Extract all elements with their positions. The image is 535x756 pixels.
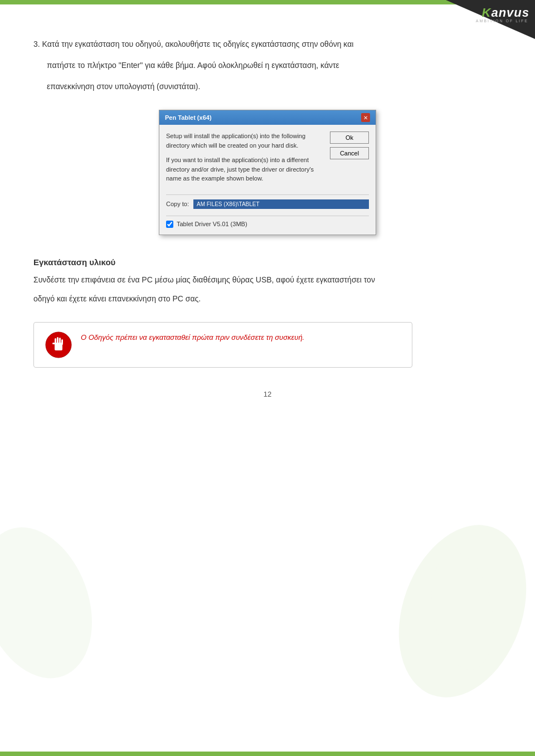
step3-text3: επανεκκίνηση στον υπολογιστή (συνιστάται… [47,80,502,94]
dialog-separator1 [166,194,369,195]
step3-text2: πατήστε το πλήκτρο "Enter" για κάθε βήμα… [47,59,502,72]
warning-box: Ο Οδηγός πρέπει να εγκατασταθεί πρώτα πρ… [33,322,412,368]
dialog-separator2 [166,216,369,216]
dialog-body: Setup will install the application(s) in… [159,125,376,190]
bottom-green-bar [0,752,535,756]
watermark-right [379,500,535,723]
page-number: 12 [33,390,502,415]
dialog-ok-button[interactable]: Ok [330,131,369,144]
watermark-left [0,505,106,700]
main-content: 3. Κατά την εγκατάσταση του οδηγού, ακολ… [0,4,535,437]
dialog-text1: Setup will install the application(s) in… [166,131,324,150]
dialog-copy-row: Copy to: [159,199,376,213]
dialog-checkbox-row: Tablet Driver V5.01 (3MB) [159,221,376,235]
dialog-text-area: Setup will install the application(s) in… [166,131,324,183]
dialog-path-input[interactable] [193,199,369,209]
hardware-heading: Εγκατάσταση υλικού [33,257,502,267]
svg-point-2 [0,512,106,694]
svg-rect-8 [61,339,63,345]
svg-point-0 [379,507,535,715]
svg-rect-7 [59,338,61,345]
hardware-text2: οδηγό και έχετε κάνει επανεκκίνηση στο P… [33,292,502,306]
step3-text1: Κατά την εγκατάσταση του οδηγού, ακολουθ… [42,40,354,48]
warning-text: Ο Οδηγός πρέπει να εγκατασταθεί πρώτα πρ… [81,331,304,344]
hardware-text1: Συνδέστε την επιφάνεια σε ένα PC μέσω μί… [33,274,502,287]
step3-text: 3. Κατά την εγκατάσταση του οδηγού, ακολ… [33,38,502,51]
svg-point-1 [423,548,502,675]
dialog-copy-label: Copy to: [166,201,189,207]
dialog-close-button[interactable]: ✕ [361,113,370,122]
dialog-container: Pen Tablet (x64) ✕ Setup will install th… [33,110,502,235]
svg-rect-6 [57,337,59,345]
dialog-checkbox-label: Tablet Driver V5.01 (3MB) [177,221,247,227]
dialog-checkbox[interactable] [166,221,173,228]
dialog-cancel-button[interactable]: Cancel [330,147,369,159]
dialog-titlebar: Pen Tablet (x64) ✕ [159,110,376,125]
step-number: 3. [33,40,42,48]
dialog-text2: If you want to install the application(s… [166,155,324,183]
dialog-buttons: Ok Cancel [330,131,369,183]
dialog-box: Pen Tablet (x64) ✕ Setup will install th… [159,110,376,235]
svg-rect-9 [52,343,55,344]
dialog-title: Pen Tablet (x64) [165,114,212,121]
stop-hand-icon [45,331,72,358]
